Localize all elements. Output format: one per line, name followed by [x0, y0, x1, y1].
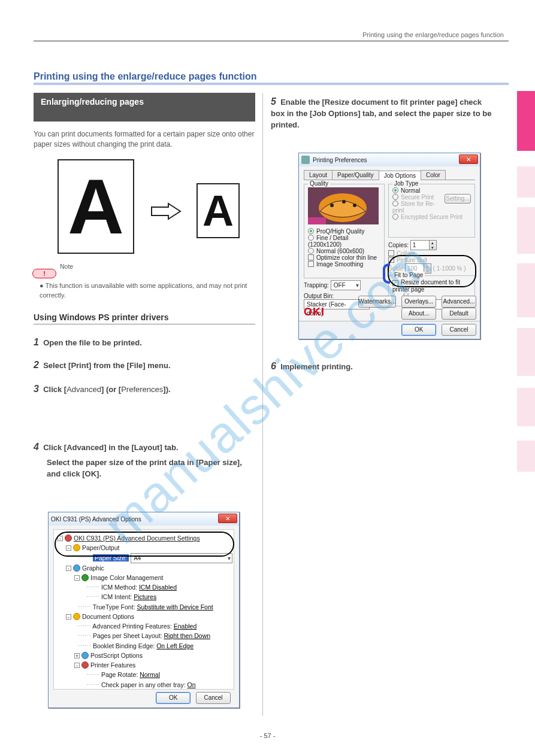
note-label: Note	[60, 262, 73, 271]
tree-icm[interactable]: -Image Color Management	[74, 573, 230, 582]
sidebar-tab[interactable]	[517, 263, 535, 317]
tab-color[interactable]: Color	[421, 170, 446, 180]
arrow-right-icon	[150, 202, 183, 220]
fit-label: Fit to Page	[392, 272, 425, 278]
trapping-row: Trapping: OFF	[304, 280, 385, 290]
close-button[interactable]: ✕	[218, 514, 237, 523]
step-4: 4 Click [Advanced] in the [Layout] tab. …	[34, 440, 255, 480]
step-6: 6 Implement printing.	[271, 359, 492, 373]
rule	[34, 324, 255, 324]
driver-heading: Using Windows PS printer drivers	[34, 311, 255, 323]
step-2: 2 Select [Print] from the [File] menu.	[34, 358, 255, 372]
cancel-button[interactable]: Cancel	[442, 324, 476, 336]
step-5: 5 Enable the [Resize document to fit pri…	[271, 95, 492, 131]
scale-illustration: A A	[58, 159, 237, 255]
setting-button[interactable]: Setting...	[445, 194, 471, 204]
trapping-select[interactable]: OFF	[331, 280, 361, 290]
tree-bbe[interactable]: Booklet Binding Edge: On Left Edge	[78, 641, 230, 651]
tree-root[interactable]: -OKI C931 (PS) Advanced Document Setting…	[58, 533, 230, 543]
jobtype-normal[interactable]: Normal	[392, 187, 471, 194]
dialog-title: OKI C931 (PS) Advanced Options	[51, 516, 141, 523]
sidebar-tab[interactable]	[517, 441, 535, 472]
quality-radio-fine[interactable]: Fine / Detail (1200x1200)	[308, 235, 380, 248]
column-divider	[262, 93, 263, 716]
sidebar-tab-2-selected[interactable]: Convenient print functions	[517, 91, 535, 151]
svg-rect-6	[308, 217, 326, 224]
ok-button[interactable]: OK	[156, 692, 191, 704]
tab-paper-quality[interactable]: Paper/Quality	[332, 170, 379, 180]
big-a-box: A	[58, 159, 134, 254]
tab-job-options[interactable]: Job Options	[379, 171, 421, 180]
svg-point-5	[353, 204, 356, 207]
oki-logo: OKI	[304, 306, 325, 318]
jobtype-encrypted[interactable]: Encrypted Secure Print	[392, 214, 471, 220]
tab-layout[interactable]: Layout	[304, 170, 333, 180]
dialog-titlebar: Printing Preferences ✕	[299, 153, 480, 166]
tree-cpot[interactable]: Check paper in any other tray: On	[86, 680, 230, 690]
tree-pr[interactable]: Page Rotate: Normal	[86, 670, 230, 679]
note-text: ● This function is unavailable with some…	[40, 281, 254, 300]
optimize-thin-line-check[interactable]: Optimize color thin line	[308, 254, 380, 261]
callout-bracket-icon	[383, 263, 392, 284]
jobtype-secure[interactable]: Secure Print Setting...	[392, 194, 471, 201]
jobtype-label: Job Type	[392, 180, 420, 187]
quality-radio-proq[interactable]: ProQ/High Quality	[308, 228, 380, 235]
quality-label: Quality	[308, 180, 330, 187]
sidebar-tab[interactable]	[517, 166, 535, 198]
header-right: Printing using the enlarge/reduce pages …	[362, 31, 504, 38]
overlays-button[interactable]: Overlays...	[401, 296, 436, 308]
tree-ppsl[interactable]: Pages per Sheet Layout: Right then Down	[78, 631, 230, 640]
dialog-title: Printing Preferences	[313, 157, 367, 163]
resize-check[interactable]: Resize document to fit printer page	[392, 279, 471, 293]
page-heading: Printing using the enlarge/reduce pages …	[34, 69, 257, 83]
small-a-box: A	[197, 183, 240, 238]
ok-button[interactable]: OK	[401, 324, 436, 336]
collate-check[interactable]: Collate	[388, 250, 475, 257]
tree-graphic[interactable]: -Graphic	[66, 563, 230, 573]
tree-ttf[interactable]: TrueType Font: Substitute with Device Fo…	[78, 602, 230, 612]
tree-printer-feat[interactable]: -Printer Features	[74, 660, 230, 670]
picturesuit-check[interactable]: Picture Suit	[388, 257, 475, 263]
tree-ps-opts[interactable]: +PostScript Options	[74, 651, 230, 660]
tree-doc-opts[interactable]: -Document Options	[66, 612, 230, 621]
watermarks-button[interactable]: Watermarks...	[358, 296, 397, 308]
note-badge: !	[32, 269, 56, 278]
heading-divider	[34, 83, 509, 85]
close-button[interactable]: ✕	[459, 154, 478, 164]
svg-marker-0	[152, 204, 180, 219]
tree-icm-method[interactable]: ICM Method: ICM Disabled	[86, 582, 230, 592]
intro-text: You can print documents formatted for a …	[34, 129, 255, 150]
copies-input[interactable]: 1	[410, 240, 430, 250]
cancel-button[interactable]: Cancel	[196, 692, 231, 704]
printing-preferences-dialog: Printing Preferences ✕ Layout Paper/Qual…	[298, 153, 480, 339]
page-number: - 57 -	[0, 732, 535, 739]
copies-row: Copies: 1▴▾	[388, 240, 475, 250]
step-1: 1 Open the file to be printed.	[34, 335, 255, 349]
section-title: Enlarging/reducing pages	[34, 93, 255, 122]
sidebar-tab[interactable]	[517, 207, 535, 254]
svg-point-4	[342, 200, 346, 204]
svg-point-3	[330, 204, 334, 207]
dialog-titlebar: OKI C931 (PS) Advanced Options ✕	[49, 512, 239, 526]
header-rule	[34, 41, 509, 41]
tree-apf[interactable]: Advanced Printing Features: Enabled	[78, 621, 230, 631]
sidebar-tab[interactable]	[517, 388, 535, 426]
advanced-button[interactable]: Advanced...	[442, 296, 476, 308]
advanced-options-dialog: OKI C931 (PS) Advanced Options ✕ -OKI C9…	[48, 512, 240, 708]
tabs-row: Layout Paper/Quality Job Options Color	[304, 170, 475, 180]
image-smoothing-check[interactable]: Image Smoothing	[308, 261, 380, 268]
tree-icm-intent[interactable]: ICM Intent: Pictures	[86, 592, 230, 602]
copies-stepper[interactable]: ▴▾	[429, 240, 437, 250]
tree-paper-size[interactable]: Paper Size: A4	[78, 553, 230, 563]
preview-image	[308, 187, 379, 224]
tree-paper-output[interactable]: -Paper/Output	[66, 543, 230, 552]
quality-radio-normal[interactable]: Normal (600x600)	[308, 248, 380, 254]
about-button[interactable]: About...	[401, 308, 436, 320]
warning-icon: !	[43, 270, 46, 277]
step-3: 3 Click [Advanced] (or [Preferences]).	[34, 382, 255, 396]
printer-icon	[301, 156, 310, 164]
default-button[interactable]: Default	[442, 308, 476, 320]
sidebar-tab[interactable]	[517, 328, 535, 376]
